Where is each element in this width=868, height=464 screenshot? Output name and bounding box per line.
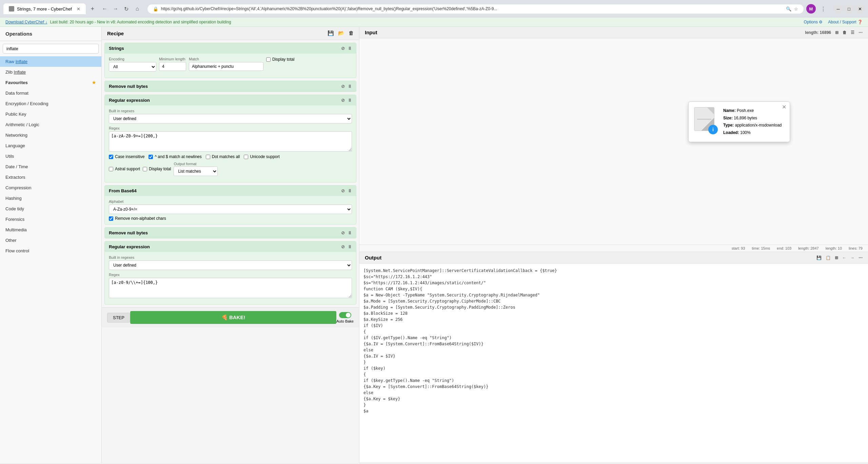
sidebar-item-utils[interactable]: Utils [0, 151, 101, 161]
step-regex-2-pause-icon[interactable]: ⏸ [348, 244, 352, 249]
about-support-link[interactable]: About / Support ❓ [828, 20, 863, 24]
output-layout-icon[interactable]: ⋯ [859, 255, 863, 260]
step-remove-null-1-pause-icon[interactable]: ⏸ [348, 84, 352, 89]
home-button[interactable]: ⌂ [133, 4, 142, 14]
dot-matches-checkbox[interactable]: Dot matches all [206, 154, 240, 159]
sidebar-item-language[interactable]: Language [0, 140, 101, 151]
output-back-icon[interactable]: ← [842, 255, 846, 260]
sidebar-item-multimedia[interactable]: Multimedia [0, 225, 101, 235]
remove-non-alphabet-checkbox[interactable]: Remove non-alphabet chars [109, 216, 352, 221]
min-length-input[interactable] [159, 62, 186, 71]
step-regex-2-disable-icon[interactable]: ⊘ [341, 244, 345, 249]
sidebar-item-extractors[interactable]: Extractors [0, 172, 101, 182]
anchors-match-input[interactable] [149, 155, 153, 159]
user-avatar[interactable]: M [806, 4, 816, 14]
auto-bake-toggle[interactable] [339, 312, 351, 318]
output-save-icon[interactable]: 💾 [816, 255, 822, 260]
star-icon[interactable]: ☆ [794, 6, 798, 12]
regex-textarea-2[interactable]: [a-z0-9/\\+=]{100,} [109, 278, 352, 298]
bottom-bar: STEP 🍕 BAKE! Auto Bake [102, 307, 359, 327]
step-remove-null-2-pause-icon[interactable]: ⏸ [348, 230, 352, 235]
case-insensitive-checkbox[interactable]: Case insensitive [109, 154, 144, 159]
step-button[interactable]: STEP [107, 313, 130, 323]
display-total-input-strings[interactable] [266, 57, 271, 62]
load-recipe-icon[interactable]: 📂 [338, 30, 344, 36]
step-regex-1-disable-icon[interactable]: ⊘ [341, 98, 345, 103]
tab-close-icon[interactable]: ✕ [77, 6, 80, 12]
browser-tab[interactable]: Strings, 7 more - CyberChef ✕ [3, 3, 86, 14]
forward-button[interactable]: → [111, 4, 120, 14]
maximize-button[interactable]: □ [844, 4, 854, 14]
step-from-base64-pause-icon[interactable]: ⏸ [348, 188, 352, 193]
sidebar-item-date-time[interactable]: Date / Time [0, 161, 101, 172]
search-icon[interactable]: 🔍 [786, 6, 791, 12]
save-recipe-icon[interactable]: 💾 [328, 30, 334, 36]
sidebar-item-data-format[interactable]: Data format [0, 88, 101, 98]
step-remove-null-1-disable-icon[interactable]: ⊘ [341, 84, 345, 89]
sidebar-item-encryption[interactable]: Encryption / Encoding [0, 98, 101, 109]
unicode-checkbox[interactable]: Unicode support [244, 154, 279, 159]
file-popup-close-icon[interactable]: ✕ [782, 104, 786, 110]
sidebar-item-other[interactable]: Other [0, 235, 101, 246]
display-total-checkbox-regex[interactable]: Display total [143, 167, 171, 171]
built-in-regexes-select-2[interactable]: User defined [109, 260, 352, 270]
step-regex-2-title: Regular expression [109, 244, 150, 249]
encoding-select[interactable]: All [109, 62, 156, 72]
sidebar-item-compression[interactable]: Compression [0, 182, 101, 193]
menu-button[interactable]: ⋮ [818, 4, 828, 14]
sidebar-item-zlib-inflate[interactable]: Zlib Inflate [0, 67, 101, 77]
output-format-select[interactable]: List matches [174, 167, 218, 176]
address-bar[interactable]: 🔒 https://gchq.github.io/CyberChef/#reci… [147, 4, 804, 14]
file-loaded-label: Loaded: [723, 130, 739, 135]
display-total-checkbox-strings[interactable]: Display total [266, 57, 294, 62]
sidebar-item-forensics[interactable]: Forensics [0, 214, 101, 225]
display-total-input-regex[interactable] [143, 167, 147, 171]
remove-non-alphabet-input[interactable] [109, 216, 113, 221]
close-button[interactable]: ✕ [855, 4, 865, 14]
minimize-button[interactable]: ─ [833, 4, 843, 14]
input-more-icon[interactable]: ⋯ [859, 30, 863, 35]
match-input[interactable] [189, 62, 263, 71]
back-button[interactable]: ← [100, 4, 110, 14]
reload-button[interactable]: ↻ [122, 4, 131, 14]
step-remove-null-2-disable-icon[interactable]: ⊘ [341, 230, 345, 235]
options-link[interactable]: Options ⚙ [804, 20, 823, 24]
step-strings-pause-icon[interactable]: ⏸ [348, 46, 352, 51]
anchors-match-checkbox[interactable]: ^ and $ match at newlines [149, 154, 201, 159]
input-content[interactable] [359, 38, 868, 245]
input-open-icon[interactable]: ⊞ [835, 30, 839, 35]
output-new-tab-icon[interactable]: ⊞ [835, 255, 838, 260]
regex-textarea-1[interactable]: [a-zA-Z0-9+=]{200,} [109, 131, 352, 152]
output-content[interactable]: [System.Net.ServicePointManager]::Server… [359, 264, 868, 463]
step-from-base64-disable-icon[interactable]: ⊘ [341, 188, 345, 193]
case-insensitive-input[interactable] [109, 155, 113, 159]
alphabet-select[interactable]: A-Za-z0-9+/= [109, 205, 352, 214]
built-in-regexes-select[interactable]: User defined [109, 114, 352, 123]
search-input[interactable] [3, 44, 99, 54]
sidebar-item-arithmetic[interactable]: Arithmetic / Logic [0, 119, 101, 130]
astral-checkbox[interactable]: Astral support [109, 167, 140, 171]
unicode-input[interactable] [244, 155, 248, 159]
output-format-label: Output format [174, 162, 218, 166]
match-label: Match [189, 57, 263, 61]
step-regex-1-pause-icon[interactable]: ⏸ [348, 98, 352, 103]
file-name-value: Posh.exe [737, 108, 754, 113]
clear-recipe-icon[interactable]: 🗑 [349, 30, 354, 36]
astral-input[interactable] [109, 167, 113, 171]
bake-button[interactable]: 🍕 BAKE! [130, 311, 336, 324]
dot-matches-input[interactable] [206, 155, 210, 159]
sidebar-item-code-tidy[interactable]: Code tidy [0, 204, 101, 214]
sidebar-item-hashing[interactable]: Hashing [0, 193, 101, 204]
download-link[interactable]: Download CyberChef ↓ [5, 20, 47, 24]
sidebar-item-public-key[interactable]: Public Key [0, 109, 101, 119]
sidebar-item-networking[interactable]: Networking [0, 130, 101, 140]
output-copy-icon[interactable]: 📋 [826, 255, 831, 260]
new-tab-button[interactable]: + [88, 4, 97, 14]
output-forward-icon[interactable]: → [850, 255, 854, 260]
sidebar-item-raw-inflate[interactable]: Raw Inflate [0, 56, 101, 67]
sidebar-item-flow-control[interactable]: Flow control [0, 246, 101, 256]
favourites-star-icon[interactable]: ★ [92, 80, 96, 85]
step-strings-disable-icon[interactable]: ⊘ [341, 46, 345, 51]
input-layout-icon[interactable]: ☰ [851, 30, 854, 35]
input-clear-icon[interactable]: 🗑 [843, 30, 847, 35]
